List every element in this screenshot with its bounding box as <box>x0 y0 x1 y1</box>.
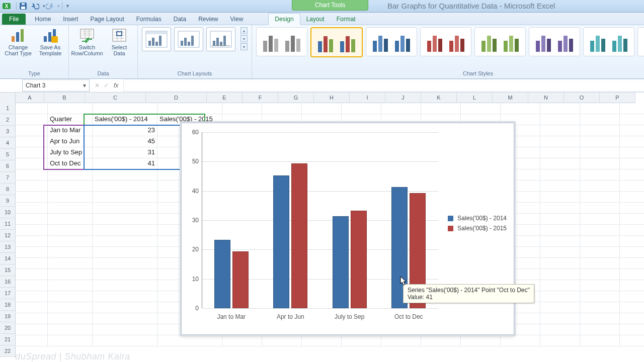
row-header[interactable]: 14 <box>0 253 16 264</box>
cell[interactable] <box>262 103 302 114</box>
save-icon[interactable] <box>19 2 28 11</box>
cell[interactable] <box>620 335 644 346</box>
cell[interactable] <box>48 313 93 324</box>
row-header[interactable]: 8 <box>0 184 16 195</box>
cell[interactable] <box>580 114 620 125</box>
cell[interactable] <box>93 169 157 180</box>
bar[interactable] <box>333 216 349 308</box>
bar[interactable] <box>214 240 230 308</box>
cell[interactable] <box>580 324 620 335</box>
cell[interactable] <box>48 335 93 346</box>
row-header[interactable]: 10 <box>0 207 16 218</box>
cell[interactable] <box>620 125 644 136</box>
cell[interactable] <box>15 291 48 302</box>
cell[interactable] <box>48 268 93 280</box>
chart-style-option[interactable] <box>256 27 307 56</box>
cell[interactable] <box>580 224 620 236</box>
cell[interactable] <box>580 136 620 147</box>
cell[interactable] <box>540 302 580 313</box>
cell[interactable] <box>580 213 620 225</box>
cell[interactable] <box>620 169 644 180</box>
cell[interactable] <box>48 224 93 236</box>
cell[interactable] <box>93 180 157 192</box>
cell[interactable] <box>48 103 93 114</box>
cell[interactable] <box>580 202 620 214</box>
cell[interactable] <box>15 268 48 280</box>
name-box-dropdown-icon[interactable]: ▾ <box>83 82 86 89</box>
row-header[interactable]: 5 <box>0 149 16 160</box>
cell[interactable] <box>540 291 580 302</box>
cell[interactable] <box>620 147 644 158</box>
cell[interactable] <box>620 180 644 192</box>
cell[interactable] <box>93 268 157 280</box>
cell[interactable] <box>540 191 580 203</box>
cell[interactable] <box>580 291 620 302</box>
chart-layout-option[interactable] <box>174 27 203 51</box>
legend-item[interactable]: Sales('00$) - 2014 <box>448 215 507 222</box>
cell[interactable] <box>540 147 580 158</box>
cell[interactable] <box>15 180 48 192</box>
cell[interactable] <box>540 268 580 280</box>
cell[interactable] <box>222 335 262 346</box>
cell[interactable] <box>620 158 644 169</box>
column-header[interactable]: O <box>564 93 600 103</box>
chart-style-option[interactable] <box>420 27 471 56</box>
cell[interactable] <box>540 136 580 147</box>
save-as-template-button[interactable]: Save As Template <box>36 27 64 56</box>
cell[interactable] <box>93 213 157 225</box>
cell[interactable] <box>157 335 222 346</box>
column-header[interactable]: N <box>528 93 564 103</box>
cell[interactable] <box>540 335 580 346</box>
cell[interactable] <box>501 103 540 114</box>
column-header[interactable]: J <box>385 93 421 103</box>
column-header[interactable]: M <box>493 93 528 103</box>
tab-data[interactable]: Data <box>168 14 192 25</box>
cell[interactable] <box>157 103 222 114</box>
cell[interactable] <box>93 280 157 291</box>
cell[interactable] <box>540 114 580 125</box>
cell[interactable] <box>461 335 501 346</box>
column-header[interactable]: F <box>243 93 278 103</box>
cell[interactable] <box>620 280 644 291</box>
cell[interactable] <box>15 302 48 313</box>
cell[interactable] <box>48 235 93 247</box>
tab-home[interactable]: Home <box>29 14 57 25</box>
bar[interactable] <box>273 175 289 309</box>
cell[interactable] <box>501 335 540 346</box>
cell[interactable] <box>93 103 157 114</box>
cell[interactable] <box>580 169 620 180</box>
cell[interactable] <box>620 103 644 114</box>
cell[interactable] <box>15 313 48 324</box>
cell[interactable] <box>540 213 580 225</box>
cell[interactable] <box>580 335 620 346</box>
row-header[interactable]: 16 <box>0 276 16 288</box>
cell[interactable] <box>302 103 342 114</box>
cell[interactable] <box>15 169 48 180</box>
select-all-corner[interactable] <box>0 93 16 103</box>
cell[interactable] <box>620 246 644 258</box>
cell[interactable] <box>620 268 644 280</box>
row-header[interactable]: 13 <box>0 241 16 253</box>
cell[interactable] <box>580 235 620 247</box>
cell[interactable] <box>620 136 644 147</box>
tab-page-layout[interactable]: Page Layout <box>84 14 130 25</box>
cell[interactable] <box>620 202 644 214</box>
bar[interactable] <box>232 251 249 308</box>
cell[interactable] <box>93 335 157 346</box>
name-box[interactable]: Chart 3 ▾ <box>22 79 90 92</box>
cell[interactable] <box>15 213 48 225</box>
row-header[interactable]: 9 <box>0 195 16 207</box>
chart-style-option[interactable] <box>366 27 417 56</box>
cell[interactable] <box>540 246 580 258</box>
cell[interactable] <box>540 202 580 214</box>
cell[interactable] <box>540 180 580 192</box>
cell[interactable] <box>93 246 157 258</box>
cell[interactable] <box>15 235 48 247</box>
cell[interactable] <box>620 302 644 313</box>
cell[interactable] <box>381 103 421 114</box>
cell[interactable] <box>540 324 580 335</box>
cell[interactable] <box>48 246 93 258</box>
cell[interactable] <box>15 114 48 125</box>
cell[interactable] <box>580 147 620 158</box>
chart-layouts-scroll[interactable]: ▴▾▾ <box>240 27 248 50</box>
